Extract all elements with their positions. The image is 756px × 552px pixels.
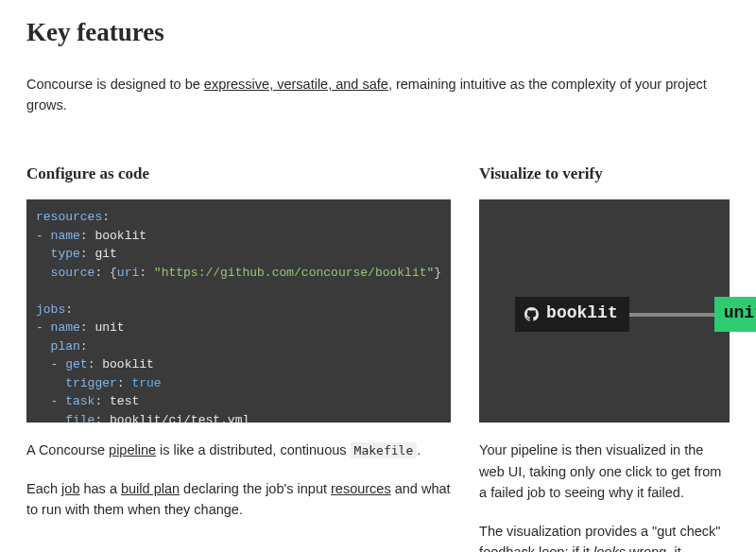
github-icon bbox=[524, 307, 539, 321]
code-token-key: name bbox=[51, 320, 80, 335]
configure-p1: A Concourse pipeline is like a distribut… bbox=[26, 440, 451, 460]
col-title-configure: Configure as code bbox=[26, 162, 451, 186]
code-token-punc: : bbox=[65, 302, 73, 317]
text: is like a distributed, continuous bbox=[156, 442, 351, 457]
code-token-key: get bbox=[65, 357, 87, 371]
code-token-punc: : bbox=[88, 357, 103, 371]
col-visualize-to-verify: Visualize to verify booklit unit Your pi… bbox=[479, 162, 730, 552]
code-token-dash: - bbox=[51, 394, 66, 408]
code-token-plain: test bbox=[110, 394, 139, 408]
intro-link[interactable]: expressive, versatile, and safe bbox=[204, 77, 388, 92]
code-token-key: jobs bbox=[36, 302, 65, 317]
intro-paragraph: Concourse is designed to be expressive, … bbox=[26, 74, 730, 116]
code-token-key: plan bbox=[51, 339, 80, 354]
job-link[interactable]: job bbox=[61, 481, 79, 496]
code-token-punc: : bbox=[94, 394, 110, 408]
resource-label: booklit bbox=[546, 301, 618, 327]
code-token-punc: : bbox=[139, 266, 154, 280]
resource-box: booklit bbox=[515, 297, 629, 332]
feature-columns: Configure as code resources: - name: boo… bbox=[26, 162, 730, 552]
code-token-plain: git bbox=[94, 247, 116, 261]
pipeline-link[interactable]: pipeline bbox=[109, 442, 156, 457]
page-title: Key features bbox=[26, 13, 730, 53]
code-token-plain: booklit bbox=[94, 229, 146, 243]
text: Each bbox=[26, 481, 61, 496]
code-token-key: file bbox=[65, 413, 94, 423]
code-token-key: type bbox=[51, 247, 80, 261]
code-token-punc: : bbox=[80, 229, 95, 243]
col-title-visualize: Visualize to verify bbox=[479, 162, 730, 186]
configure-p2: Each job has a build plan declaring the … bbox=[26, 478, 451, 521]
visualize-p2: The visualization provides a "gut check"… bbox=[479, 521, 730, 552]
job-box: unit bbox=[714, 297, 756, 332]
code-token-key: uri bbox=[117, 266, 139, 280]
code-token-key: name bbox=[51, 229, 80, 243]
code-token-key: trigger bbox=[65, 376, 117, 390]
resources-link[interactable]: resources bbox=[331, 481, 391, 496]
code-token-punc: : bbox=[94, 413, 110, 423]
col-configure-as-code: Configure as code resources: - name: boo… bbox=[26, 162, 451, 552]
code-token-dash: - bbox=[36, 229, 51, 243]
code-token-plain: booklit/ci/test.yml bbox=[110, 413, 249, 423]
code-token-key: resources bbox=[36, 210, 102, 224]
text: . bbox=[417, 442, 421, 457]
visualize-p1: Your pipeline is then visualized in the … bbox=[479, 440, 730, 503]
code-token-punc: : { bbox=[94, 266, 116, 280]
code-token-punc: : bbox=[80, 320, 95, 335]
pipeline-diagram: booklit unit bbox=[479, 199, 730, 423]
code-token-dash: - bbox=[51, 357, 66, 371]
inline-code-makefile: Makefile bbox=[351, 442, 418, 458]
code-token-plain: unit bbox=[94, 320, 124, 335]
code-token-plain: booklit bbox=[102, 357, 154, 371]
code-token-str: "https://github.com/concourse/booklit" bbox=[154, 266, 434, 280]
code-token-dash: - bbox=[36, 320, 51, 335]
intro-text-pre: Concourse is designed to be bbox=[26, 77, 204, 92]
connector-line bbox=[629, 313, 714, 317]
text: A Concourse bbox=[26, 442, 109, 457]
text: declaring the job's input bbox=[180, 481, 331, 496]
code-token-key: task bbox=[65, 394, 94, 408]
code-token-punc: : bbox=[102, 210, 110, 224]
build-plan-link[interactable]: build plan bbox=[121, 481, 180, 496]
em-looks: looks bbox=[593, 544, 626, 552]
text: has a bbox=[79, 481, 121, 496]
code-token-bool: true bbox=[131, 376, 161, 390]
code-token-punc: : bbox=[117, 376, 132, 390]
code-token-punc: : bbox=[80, 339, 88, 354]
code-token-punc: } bbox=[434, 266, 441, 280]
job-label: unit bbox=[724, 301, 756, 327]
code-token-key: source bbox=[51, 266, 95, 280]
yaml-code-block: resources: - name: booklit type: git sou… bbox=[26, 199, 451, 423]
diagram-row: booklit unit bbox=[515, 297, 756, 332]
code-token-punc: : bbox=[80, 247, 95, 261]
